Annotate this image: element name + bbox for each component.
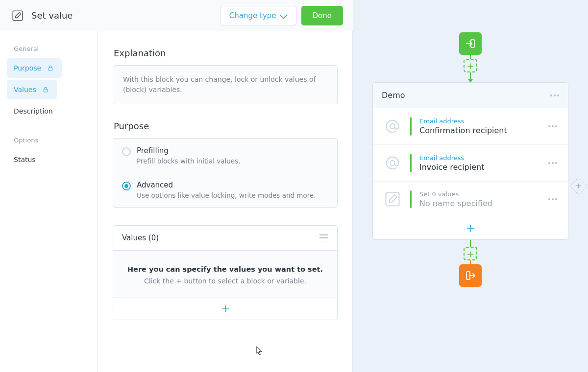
explanation-panel: With this block you can change, lock or … bbox=[113, 65, 338, 104]
flow-start-node[interactable] bbox=[459, 32, 482, 55]
svg-point-4 bbox=[390, 124, 395, 129]
card-row-label: Email address bbox=[419, 154, 545, 162]
chevron-down-icon bbox=[279, 11, 288, 19]
purpose-option-prefilling[interactable]: Prefilling Prefill blocks with initial v… bbox=[113, 139, 337, 173]
card-row-invoice-recipient[interactable]: Email address Invoice recipient bbox=[373, 144, 568, 181]
set-value-icon bbox=[11, 9, 24, 23]
purpose-option-title: Advanced bbox=[137, 181, 316, 189]
canvas-side-add-button[interactable]: + bbox=[570, 177, 588, 195]
explanation-heading: Explanation bbox=[114, 48, 338, 58]
sidebar-item-values[interactable]: Values bbox=[7, 80, 57, 99]
radio-icon bbox=[122, 147, 131, 156]
card-row-title: Invoice recipient bbox=[419, 163, 545, 172]
values-heading: Values (0) bbox=[122, 233, 159, 242]
purpose-option-desc: Use options like value locking, write mo… bbox=[137, 191, 316, 199]
explanation-text: With this block you can change, lock or … bbox=[123, 74, 327, 95]
card-row-confirmation-recipient[interactable]: Email address Confirmation recipient bbox=[373, 108, 568, 144]
page-title: Set value bbox=[31, 10, 220, 21]
purpose-panel: Prefilling Prefill blocks with initial v… bbox=[113, 138, 338, 208]
values-empty-title: Here you can specify the values you want… bbox=[123, 265, 327, 273]
sidebar-item-description[interactable]: Description bbox=[7, 101, 91, 121]
sidebar-item-purpose[interactable]: Purpose bbox=[7, 58, 62, 78]
card-row-label: Set 0 values bbox=[419, 190, 545, 198]
card-row-title: Confirmation recipient bbox=[419, 126, 545, 135]
card-row-title: No name specified bbox=[419, 199, 545, 208]
row-menu-button[interactable] bbox=[548, 125, 557, 127]
svg-rect-2 bbox=[44, 89, 48, 92]
at-icon bbox=[378, 117, 407, 136]
card-add-row-button[interactable] bbox=[373, 217, 568, 239]
flow-block-card[interactable]: Demo Email address Confirmation recipien… bbox=[372, 82, 568, 240]
card-row-set-values[interactable]: Set 0 values No name specified bbox=[373, 181, 568, 217]
flow-insert-button[interactable]: + bbox=[464, 247, 477, 260]
add-value-button[interactable] bbox=[113, 298, 337, 320]
lock-icon bbox=[48, 65, 53, 71]
card-title: Demo bbox=[382, 91, 405, 100]
values-empty-subtitle: Click the + button to select a block or … bbox=[123, 277, 327, 285]
purpose-option-desc: Prefill blocks with initial values. bbox=[137, 157, 240, 165]
svg-rect-6 bbox=[386, 193, 399, 206]
row-menu-button[interactable] bbox=[548, 198, 557, 200]
pencil-icon bbox=[378, 190, 407, 208]
row-menu-button[interactable] bbox=[548, 162, 557, 164]
svg-point-5 bbox=[390, 161, 395, 165]
flow-end-node[interactable] bbox=[459, 264, 482, 287]
values-panel: Values (0) Here you can specify the valu… bbox=[113, 225, 338, 320]
change-type-button[interactable]: Change type bbox=[220, 6, 296, 25]
sidebar-item-status[interactable]: Status bbox=[7, 150, 91, 169]
svg-rect-1 bbox=[49, 68, 52, 70]
radio-checked-icon bbox=[122, 182, 131, 190]
card-row-label: Email address bbox=[419, 117, 545, 125]
lock-icon bbox=[43, 87, 48, 93]
list-menu-icon[interactable] bbox=[319, 234, 328, 241]
svg-rect-7 bbox=[466, 272, 470, 279]
svg-rect-0 bbox=[13, 11, 23, 21]
sidebar-group-general: General bbox=[7, 45, 91, 58]
card-menu-button[interactable] bbox=[550, 94, 559, 96]
at-icon bbox=[378, 154, 407, 172]
purpose-option-title: Prefilling bbox=[137, 146, 240, 155]
purpose-heading: Purpose bbox=[114, 121, 338, 131]
flow-insert-button[interactable]: + bbox=[464, 59, 477, 72]
done-button[interactable]: Done bbox=[301, 6, 343, 25]
purpose-option-advanced[interactable]: Advanced Use options like value locking,… bbox=[113, 173, 337, 207]
sidebar-group-options: Options bbox=[7, 137, 91, 150]
